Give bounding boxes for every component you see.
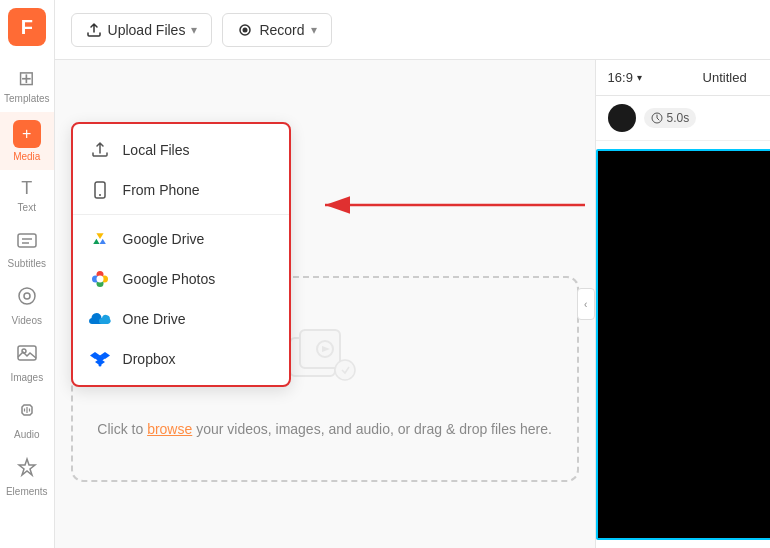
sidebar-label-media: Media <box>13 151 40 162</box>
aspect-ratio-selector[interactable]: 16:9 ▾ <box>608 70 642 85</box>
video-canvas <box>596 149 770 540</box>
svg-point-16 <box>96 276 103 283</box>
right-panel: 16:9 ▾ 5.0s <box>595 60 770 548</box>
record-button[interactable]: Record ▾ <box>222 13 331 47</box>
duration-badge: 5.0s <box>644 108 697 128</box>
svg-point-4 <box>24 293 30 299</box>
text-icon: T <box>21 178 32 199</box>
templates-icon: ⊞ <box>18 66 35 90</box>
record-icon <box>237 22 253 38</box>
upload-panel: Local Files From Phone <box>55 60 595 548</box>
svg-point-3 <box>19 288 35 304</box>
one-drive-icon <box>89 308 111 330</box>
sidebar-label-text: Text <box>18 202 36 213</box>
dropdown-item-local-files[interactable]: Local Files <box>73 130 289 170</box>
clock-icon <box>651 112 663 124</box>
sidebar-label-images: Images <box>10 372 43 383</box>
sidebar: F ⊞ Templates + Media T Text Subtitles V… <box>0 0 55 548</box>
sidebar-label-elements: Elements <box>6 486 48 497</box>
main-area: Upload Files ▾ Record ▾ <box>55 0 770 548</box>
timeline-row: 5.0s <box>596 96 770 141</box>
images-icon <box>16 342 38 369</box>
upload-chevron-icon: ▾ <box>191 23 197 37</box>
dropdown-item-from-phone[interactable]: From Phone <box>73 170 289 210</box>
sidebar-item-media[interactable]: + Media <box>0 112 54 170</box>
upload-icon <box>86 22 102 38</box>
subtitles-icon <box>16 229 38 255</box>
google-photos-icon <box>89 268 111 290</box>
project-title-input[interactable] <box>703 70 770 85</box>
arrow-annotation <box>305 175 605 239</box>
dropdown-item-dropbox[interactable]: Dropbox <box>73 339 289 379</box>
svg-point-17 <box>98 364 101 367</box>
dropdown-item-one-drive[interactable]: One Drive <box>73 299 289 339</box>
drop-zone-text: Click to browse your videos, images, and… <box>93 418 557 440</box>
upload-files-button[interactable]: Upload Files ▾ <box>71 13 213 47</box>
audio-icon <box>16 399 38 426</box>
sidebar-item-videos[interactable]: Videos <box>0 277 54 334</box>
sidebar-label-audio: Audio <box>14 429 40 440</box>
aspect-ratio-chevron: ▾ <box>637 72 642 83</box>
google-drive-icon <box>89 228 111 250</box>
phone-icon <box>89 179 111 201</box>
sidebar-item-subtitles[interactable]: Subtitles <box>0 221 54 277</box>
videos-icon <box>16 285 38 312</box>
dropdown-divider <box>73 214 289 215</box>
upload-dropdown-menu: Local Files From Phone <box>71 122 291 387</box>
svg-point-10 <box>99 194 101 196</box>
browse-link[interactable]: browse <box>147 421 192 437</box>
svg-point-23 <box>335 360 355 380</box>
track-color-indicator <box>608 104 636 132</box>
svg-point-8 <box>243 27 248 32</box>
dropdown-item-google-drive[interactable]: Google Drive <box>73 219 289 259</box>
record-chevron-icon: ▾ <box>311 23 317 37</box>
elements-icon <box>16 456 38 483</box>
app-logo[interactable]: F <box>8 8 46 46</box>
sidebar-item-text[interactable]: T Text <box>0 170 54 221</box>
sidebar-label-subtitles: Subtitles <box>8 258 46 269</box>
right-header: 16:9 ▾ <box>596 60 770 96</box>
svg-rect-5 <box>18 346 36 360</box>
sidebar-item-templates[interactable]: ⊞ Templates <box>0 58 54 112</box>
sidebar-label-videos: Videos <box>12 315 42 326</box>
toolbar: Upload Files ▾ Record ▾ <box>55 0 770 60</box>
sidebar-item-audio[interactable]: Audio <box>0 391 54 448</box>
sidebar-item-images[interactable]: Images <box>0 334 54 391</box>
sidebar-item-elements[interactable]: Elements <box>0 448 54 505</box>
svg-rect-0 <box>18 234 36 247</box>
local-files-icon <box>89 139 111 161</box>
content-area: Local Files From Phone <box>55 60 770 548</box>
panel-collapse-toggle[interactable]: ‹ <box>577 288 595 320</box>
dropbox-icon <box>89 348 111 370</box>
dropdown-item-google-photos[interactable]: Google Photos <box>73 259 289 299</box>
sidebar-label-templates: Templates <box>4 93 50 104</box>
media-icon: + <box>13 120 41 148</box>
